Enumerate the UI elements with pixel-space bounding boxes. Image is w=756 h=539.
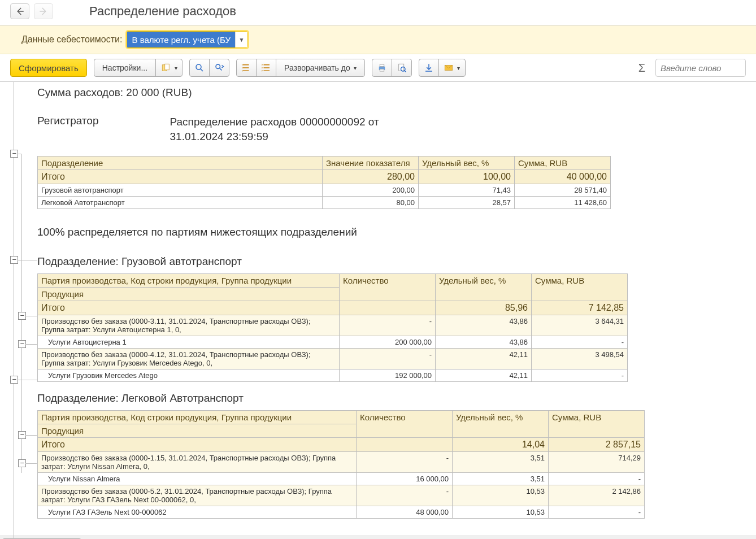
settings-button[interactable]: Настройки... [94, 59, 156, 77]
td: 11 428,60 [515, 197, 611, 209]
td: 43,86 [436, 336, 532, 349]
tree-toggle[interactable] [10, 376, 18, 384]
back-button[interactable] [10, 3, 29, 19]
td: Услуги Nissan Almera [38, 473, 357, 485]
th: Удельный вес, % [419, 157, 515, 170]
td: 714,29 [549, 452, 645, 473]
td: 14,04 [453, 438, 549, 452]
td: 28,57 [419, 197, 515, 209]
report-variants-button[interactable] [155, 59, 183, 77]
td: 192 000,00 [340, 370, 436, 382]
td: Производство без заказа (0000-5.2, 31.01… [38, 485, 357, 506]
horizontal-scrollbar[interactable] [0, 536, 756, 539]
th: Сумма, RUB [549, 411, 645, 438]
td: Производство без заказа (0000-1.15, 31.0… [38, 452, 357, 473]
td: 71,43 [419, 184, 515, 197]
tree-toggle[interactable] [18, 431, 26, 439]
th: Количество [357, 411, 453, 438]
svg-rect-5 [380, 64, 384, 67]
chevron-down-icon: ▼ [235, 32, 247, 47]
th: Продукция [38, 424, 357, 438]
expand-to-button[interactable]: Разворачивать до [276, 59, 365, 77]
td: 28 571,40 [515, 184, 611, 197]
td: - [549, 506, 645, 519]
dropdown-selected: В валюте регл. учета (БУ [127, 32, 235, 47]
td: Итого [38, 170, 323, 184]
th: Сумма, RUB [515, 157, 611, 170]
th: Значение показателя [323, 157, 419, 170]
td: 16 000,00 [357, 473, 453, 485]
forward-button[interactable] [34, 3, 53, 19]
td: 40 000,00 [515, 170, 611, 184]
th: Партия производства, Код строки продукци… [38, 274, 340, 288]
generate-button[interactable]: Сформировать [10, 59, 87, 77]
section-table: Партия производства, Код строки продукци… [37, 410, 645, 519]
toolbar: Сформировать Настройки... Разворачивать … [0, 54, 756, 82]
td: Итого [38, 438, 357, 452]
svg-rect-6 [380, 69, 384, 71]
print-preview-button[interactable] [392, 59, 412, 77]
td: 200,00 [323, 184, 419, 197]
th: Сумма, RUB [532, 274, 628, 301]
td [357, 438, 453, 452]
tree-toggle[interactable] [18, 312, 26, 320]
th: Удельный вес, % [453, 411, 549, 438]
td: Услуги ГАЗ ГАЗель Next 00-000062 [38, 506, 357, 519]
print-button[interactable] [372, 59, 392, 77]
quick-search-input[interactable] [655, 59, 746, 77]
find-next-button[interactable] [209, 59, 229, 77]
td: 43,86 [436, 315, 532, 336]
td: 80,00 [323, 197, 419, 209]
send-button[interactable] [438, 59, 466, 77]
td: 48 000,00 [357, 506, 453, 519]
td: 7 142,85 [532, 301, 628, 315]
registrar-block: Регистратор Распределение расходов 00000… [37, 115, 756, 144]
td: Грузовой автотранспорт [38, 184, 323, 197]
td: 2 142,86 [549, 485, 645, 506]
td: - [532, 370, 628, 382]
td: - [357, 452, 453, 473]
th: Партия производства, Код строки продукци… [38, 411, 357, 424]
td: 200 000,00 [340, 336, 436, 349]
tree-toggle[interactable] [10, 150, 18, 158]
tree-toggle[interactable] [18, 340, 26, 348]
costdata-dropdown[interactable]: В валюте регл. учета (БУ ▼ [127, 31, 248, 48]
section-table: Партия производства, Код строки продукци… [37, 273, 628, 382]
td: 3 498,54 [532, 349, 628, 370]
report-body[interactable]: Сумма расходов: 20 000 (RUB) Регистратор… [37, 82, 756, 536]
td: - [340, 315, 436, 336]
page-title: Распределение расходов [89, 4, 236, 19]
td: 42,11 [436, 349, 532, 370]
registrar-value: Распределение расходов 00000000092 от 31… [170, 115, 430, 144]
tree-toggle[interactable] [10, 256, 18, 264]
td: 3,51 [453, 473, 549, 485]
td: Легковой Автотранспорт [38, 197, 323, 209]
svg-point-3 [216, 64, 220, 69]
find-button[interactable] [189, 59, 210, 77]
td: 42,11 [436, 370, 532, 382]
td: - [340, 349, 436, 370]
th: Количество [340, 274, 436, 301]
td: 3 644,31 [532, 315, 628, 336]
param-bar: Данные себестоимости: В валюте регл. уче… [0, 25, 756, 54]
param-label: Данные себестоимости: [21, 34, 122, 45]
collapse-groups-button[interactable] [236, 59, 257, 77]
td: Производство без заказа (0000-3.11, 31.0… [38, 315, 340, 336]
tree-toggle[interactable] [18, 459, 26, 467]
td: 10,53 [453, 485, 549, 506]
td [340, 301, 436, 315]
expand-groups-button[interactable] [256, 59, 276, 77]
td: 100,00 [419, 170, 515, 184]
td: Услуги Грузовик Mercedes Atego [38, 370, 340, 382]
summary-table: Подразделение Значение показателя Удельн… [37, 156, 611, 209]
save-button[interactable] [419, 59, 439, 77]
registrar-label: Регистратор [37, 115, 99, 144]
td: Услуги Автоцистерна 1 [38, 336, 340, 349]
td: - [357, 485, 453, 506]
td: - [549, 473, 645, 485]
td: 10,53 [453, 506, 549, 519]
svg-rect-1 [164, 64, 169, 70]
th: Удельный вес, % [436, 274, 532, 301]
th: Продукция [38, 288, 340, 301]
section-title: Подразделение: Грузовой автотранспорт [37, 255, 756, 268]
